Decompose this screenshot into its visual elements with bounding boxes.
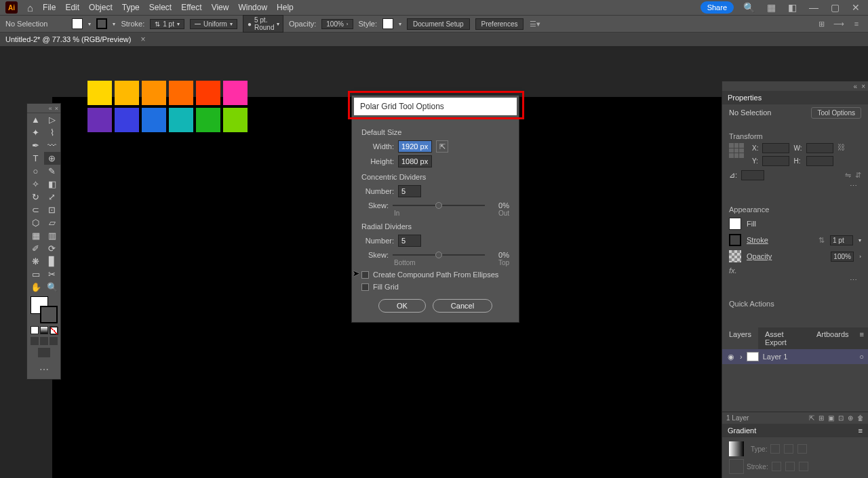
locate-layer-icon[interactable]: ⇱ <box>809 414 814 422</box>
stroke-grad-2[interactable] <box>785 462 795 471</box>
radial-skew-slider[interactable] <box>393 254 485 256</box>
visibility-icon[interactable]: ◉ <box>726 353 736 361</box>
menu-window[interactable]: Window <box>238 3 267 12</box>
close-icon[interactable]: ✕ <box>849 2 863 13</box>
graphic-style-swatch[interactable] <box>382 18 393 29</box>
draw-behind[interactable] <box>40 337 48 345</box>
eyedropper-tool[interactable]: ✐ <box>28 242 44 255</box>
menu-view[interactable]: View <box>212 3 229 12</box>
color-mode-color[interactable] <box>31 326 39 334</box>
symbol-sprayer-tool[interactable]: ❋ <box>28 255 44 268</box>
stroke-dropdown-icon[interactable]: ▾ <box>113 21 115 27</box>
menu-select[interactable]: Select <box>149 3 172 12</box>
make-clip-icon[interactable]: ▣ <box>828 414 834 422</box>
menu-edit[interactable]: Edit <box>65 3 79 12</box>
menu-file[interactable]: File <box>43 3 56 12</box>
hand-tool[interactable]: ✋ <box>28 281 44 294</box>
panel-close-icon[interactable]: × <box>861 83 865 90</box>
appearance-more-icon[interactable]: ⋯ <box>729 275 861 286</box>
panel-collapse-icon[interactable]: « <box>854 83 858 90</box>
new-layer-icon[interactable]: ⊕ <box>848 414 853 422</box>
align-icon[interactable]: ☰▾ <box>529 18 541 30</box>
ok-button[interactable]: OK <box>378 299 426 313</box>
delete-layer-icon[interactable]: 🗑 <box>857 414 864 422</box>
curvature-tool[interactable]: 〰 <box>44 139 60 152</box>
compound-path-checkbox[interactable] <box>361 271 369 279</box>
mesh-tool[interactable]: ▦ <box>28 229 44 242</box>
toolbox-close-icon[interactable]: × <box>55 105 58 112</box>
slice-tool[interactable]: ✂ <box>44 268 60 281</box>
stroke-profile-select[interactable]: Uniform▾ <box>190 19 237 29</box>
artboard-tool[interactable]: ▭ <box>28 268 44 281</box>
stroke-label-link[interactable]: Stroke <box>747 236 768 244</box>
draw-inside[interactable] <box>50 337 58 345</box>
paintbrush-tool[interactable]: ✎ <box>44 165 60 178</box>
maximize-icon[interactable]: ▢ <box>828 2 842 13</box>
asset-export-tab[interactable]: Asset Export <box>758 327 810 349</box>
gradient-swatch[interactable] <box>729 441 744 456</box>
home-icon[interactable]: ⌂ <box>27 2 33 14</box>
tool-options-button[interactable]: Tool Options <box>811 107 861 119</box>
gradient-fillstroke[interactable] <box>729 459 744 474</box>
fill-stroke-control[interactable] <box>31 296 58 323</box>
snap-icon[interactable]: ⊞ <box>815 18 827 30</box>
transform-more-icon[interactable]: ⋯ <box>729 180 861 192</box>
w-input[interactable] <box>806 143 833 153</box>
lasso-tool[interactable]: ⌇ <box>44 126 60 139</box>
reference-point[interactable] <box>729 143 744 158</box>
list-icon[interactable]: ≡ <box>850 18 863 30</box>
menu-type[interactable]: Type <box>122 3 140 12</box>
cancel-button[interactable]: Cancel <box>433 299 492 313</box>
stroke-swatch[interactable] <box>96 18 107 29</box>
opacity-panel-input[interactable] <box>831 252 854 262</box>
perspective-tool[interactable]: ▱ <box>44 216 60 229</box>
layers-tab[interactable]: Layers <box>722 327 758 349</box>
radial-number-input[interactable] <box>398 235 421 247</box>
style-dropdown-icon[interactable]: ▾ <box>399 21 401 27</box>
stroke-color-swatch[interactable] <box>729 234 741 246</box>
angle-input[interactable] <box>741 170 764 180</box>
x-input[interactable] <box>762 143 789 153</box>
column-graph-tool[interactable]: ▊ <box>44 255 60 268</box>
blend-tool[interactable]: ⟳ <box>44 242 60 255</box>
align-to-pixel-icon[interactable]: ⟶ <box>833 18 845 30</box>
brush-select[interactable]: ●5 pt. Round▾ <box>243 15 283 33</box>
zoom-tool[interactable]: 🔍 <box>44 281 60 294</box>
screen-mode[interactable] <box>38 348 50 357</box>
width-input[interactable] <box>398 140 432 153</box>
stroke-color[interactable] <box>40 306 58 323</box>
flip-h-icon[interactable]: ⇋ <box>845 171 851 180</box>
freeform-gradient-icon[interactable] <box>797 444 807 454</box>
ellipse-tool[interactable]: ○ <box>28 165 44 178</box>
height-input[interactable] <box>398 155 432 167</box>
concentric-skew-slider[interactable] <box>393 205 485 206</box>
menu-object[interactable]: Object <box>89 3 113 12</box>
stroke-grad-3[interactable] <box>799 462 808 471</box>
search-icon[interactable]: 🔍 <box>741 2 757 13</box>
layer-name[interactable]: Layer 1 <box>763 353 788 361</box>
gradient-tool[interactable]: ▥ <box>44 229 60 242</box>
document-setup-button[interactable]: Document Setup <box>407 18 470 30</box>
menu-help[interactable]: Help <box>277 3 294 12</box>
panel-menu-icon[interactable]: ≡ <box>856 327 868 349</box>
free-transform-tool[interactable]: ⊡ <box>44 203 60 216</box>
radial-gradient-icon[interactable] <box>784 444 793 454</box>
linear-gradient-icon[interactable] <box>770 444 780 454</box>
constrain-proportions-icon[interactable]: ⇱ <box>436 140 448 153</box>
app-icon[interactable]: Ai <box>5 1 18 14</box>
scale-tool[interactable]: ⤢ <box>44 191 60 203</box>
fx-button[interactable]: fx. <box>729 266 861 275</box>
color-mode-none[interactable] <box>50 326 58 334</box>
draw-normal[interactable] <box>31 337 39 345</box>
document-tab[interactable]: Untitled-2* @ 77.33 % (RGB/Preview) <box>5 35 140 43</box>
concentric-number-input[interactable] <box>398 185 421 197</box>
layer-target-icon[interactable]: ○ <box>859 353 864 361</box>
share-button[interactable]: Share <box>701 1 734 14</box>
shaper-tool[interactable]: ✧ <box>28 178 44 191</box>
fill-swatch[interactable] <box>72 18 83 29</box>
gradient-menu-icon[interactable]: ≡ <box>859 426 863 435</box>
minimize-icon[interactable]: — <box>806 2 821 13</box>
type-tool[interactable]: T <box>28 152 44 165</box>
arrange-docs-icon[interactable]: ▦ <box>764 2 778 13</box>
preferences-button[interactable]: Preferences <box>475 18 524 30</box>
